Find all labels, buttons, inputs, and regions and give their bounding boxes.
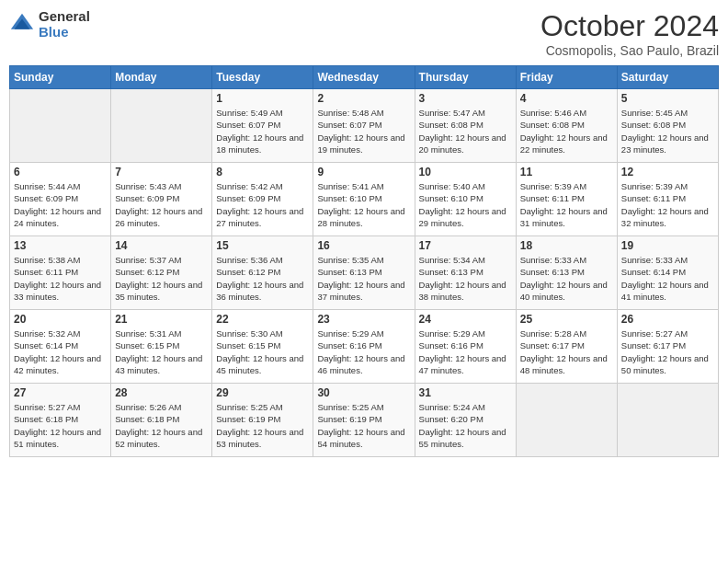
day-number: 21 <box>115 313 208 326</box>
day-number: 7 <box>115 166 208 178</box>
calendar-cell: 4Sunrise: 5:46 AM Sunset: 6:08 PM Daylig… <box>516 89 617 163</box>
day-number: 31 <box>419 386 512 399</box>
header-tuesday: Tuesday <box>212 66 313 89</box>
day-info: Sunrise: 5:40 AM Sunset: 6:10 PM Dayligh… <box>419 180 512 229</box>
month-title: October 2024 <box>540 9 719 43</box>
calendar-cell: 13Sunrise: 5:38 AM Sunset: 6:11 PM Dayli… <box>10 236 111 310</box>
day-number: 2 <box>317 92 410 105</box>
day-number: 9 <box>317 166 410 178</box>
day-number: 18 <box>520 239 613 252</box>
calendar-body: 1Sunrise: 5:49 AM Sunset: 6:07 PM Daylig… <box>10 89 719 457</box>
day-info: Sunrise: 5:25 AM Sunset: 6:19 PM Dayligh… <box>317 401 410 450</box>
day-number: 12 <box>621 166 714 178</box>
day-info: Sunrise: 5:34 AM Sunset: 6:13 PM Dayligh… <box>419 254 512 303</box>
calendar-cell: 30Sunrise: 5:25 AM Sunset: 6:19 PM Dayli… <box>313 384 415 457</box>
calendar-cell: 2Sunrise: 5:48 AM Sunset: 6:07 PM Daylig… <box>313 89 415 163</box>
day-info: Sunrise: 5:24 AM Sunset: 6:20 PM Dayligh… <box>419 401 512 450</box>
calendar-cell: 15Sunrise: 5:36 AM Sunset: 6:12 PM Dayli… <box>212 236 313 310</box>
day-info: Sunrise: 5:32 AM Sunset: 6:14 PM Dayligh… <box>14 327 107 376</box>
day-number: 28 <box>115 386 208 399</box>
day-number: 30 <box>317 386 410 399</box>
day-info: Sunrise: 5:29 AM Sunset: 6:16 PM Dayligh… <box>419 327 512 376</box>
day-number: 25 <box>520 313 613 326</box>
day-info: Sunrise: 5:42 AM Sunset: 6:09 PM Dayligh… <box>216 180 309 229</box>
day-info: Sunrise: 5:43 AM Sunset: 6:09 PM Dayligh… <box>115 180 208 229</box>
day-info: Sunrise: 5:37 AM Sunset: 6:12 PM Dayligh… <box>115 254 208 303</box>
header-monday: Monday <box>111 66 212 89</box>
calendar-cell: 10Sunrise: 5:40 AM Sunset: 6:10 PM Dayli… <box>415 163 516 236</box>
day-number: 10 <box>419 166 512 178</box>
calendar-table: Sunday Monday Tuesday Wednesday Thursday… <box>9 65 719 457</box>
calendar-cell: 31Sunrise: 5:24 AM Sunset: 6:20 PM Dayli… <box>415 384 516 457</box>
day-info: Sunrise: 5:49 AM Sunset: 6:07 PM Dayligh… <box>216 107 309 155</box>
calendar-cell: 25Sunrise: 5:28 AM Sunset: 6:17 PM Dayli… <box>516 310 617 384</box>
day-info: Sunrise: 5:33 AM Sunset: 6:13 PM Dayligh… <box>520 254 613 303</box>
day-number: 29 <box>216 386 309 399</box>
day-info: Sunrise: 5:36 AM Sunset: 6:12 PM Dayligh… <box>216 254 309 303</box>
calendar-cell <box>111 89 212 163</box>
header-sunday: Sunday <box>10 66 111 89</box>
calendar-header: Sunday Monday Tuesday Wednesday Thursday… <box>10 66 719 89</box>
day-info: Sunrise: 5:28 AM Sunset: 6:17 PM Dayligh… <box>520 327 613 376</box>
calendar-cell: 9Sunrise: 5:41 AM Sunset: 6:10 PM Daylig… <box>313 163 415 236</box>
calendar-cell: 18Sunrise: 5:33 AM Sunset: 6:13 PM Dayli… <box>516 236 617 310</box>
day-number: 22 <box>216 313 309 326</box>
day-info: Sunrise: 5:25 AM Sunset: 6:19 PM Dayligh… <box>216 401 309 450</box>
calendar-cell: 26Sunrise: 5:27 AM Sunset: 6:17 PM Dayli… <box>617 310 718 384</box>
calendar-week-3: 20Sunrise: 5:32 AM Sunset: 6:14 PM Dayli… <box>10 310 719 384</box>
calendar-week-4: 27Sunrise: 5:27 AM Sunset: 6:18 PM Dayli… <box>10 384 719 457</box>
day-number: 4 <box>520 92 613 105</box>
header-wednesday: Wednesday <box>313 66 415 89</box>
day-info: Sunrise: 5:27 AM Sunset: 6:17 PM Dayligh… <box>621 327 714 376</box>
title-block: October 2024 Cosmopolis, Sao Paulo, Braz… <box>540 9 719 58</box>
calendar-cell: 24Sunrise: 5:29 AM Sunset: 6:16 PM Dayli… <box>415 310 516 384</box>
day-info: Sunrise: 5:26 AM Sunset: 6:18 PM Dayligh… <box>115 401 208 450</box>
day-info: Sunrise: 5:30 AM Sunset: 6:15 PM Dayligh… <box>216 327 309 376</box>
calendar-cell: 17Sunrise: 5:34 AM Sunset: 6:13 PM Dayli… <box>415 236 516 310</box>
day-number: 24 <box>419 313 512 326</box>
calendar-cell: 1Sunrise: 5:49 AM Sunset: 6:07 PM Daylig… <box>212 89 313 163</box>
calendar-cell: 20Sunrise: 5:32 AM Sunset: 6:14 PM Dayli… <box>10 310 111 384</box>
calendar-cell: 14Sunrise: 5:37 AM Sunset: 6:12 PM Dayli… <box>111 236 212 310</box>
day-info: Sunrise: 5:46 AM Sunset: 6:08 PM Dayligh… <box>520 107 613 155</box>
calendar-cell: 19Sunrise: 5:33 AM Sunset: 6:14 PM Dayli… <box>617 236 718 310</box>
calendar-cell: 11Sunrise: 5:39 AM Sunset: 6:11 PM Dayli… <box>516 163 617 236</box>
page-header: General Blue October 2024 Cosmopolis, Sa… <box>9 9 719 58</box>
day-number: 16 <box>317 239 410 252</box>
calendar-cell: 21Sunrise: 5:31 AM Sunset: 6:15 PM Dayli… <box>111 310 212 384</box>
day-number: 8 <box>216 166 309 178</box>
day-info: Sunrise: 5:45 AM Sunset: 6:08 PM Dayligh… <box>621 107 714 155</box>
calendar-cell: 22Sunrise: 5:30 AM Sunset: 6:15 PM Dayli… <box>212 310 313 384</box>
day-info: Sunrise: 5:29 AM Sunset: 6:16 PM Dayligh… <box>317 327 410 376</box>
day-info: Sunrise: 5:31 AM Sunset: 6:15 PM Dayligh… <box>115 327 208 376</box>
day-number: 27 <box>14 386 107 399</box>
day-number: 19 <box>621 239 714 252</box>
day-number: 6 <box>14 166 107 178</box>
day-info: Sunrise: 5:27 AM Sunset: 6:18 PM Dayligh… <box>14 401 107 450</box>
calendar-week-1: 6Sunrise: 5:44 AM Sunset: 6:09 PM Daylig… <box>10 163 719 236</box>
day-number: 3 <box>419 92 512 105</box>
day-info: Sunrise: 5:39 AM Sunset: 6:11 PM Dayligh… <box>621 180 714 229</box>
calendar-cell: 23Sunrise: 5:29 AM Sunset: 6:16 PM Dayli… <box>313 310 415 384</box>
calendar-cell: 27Sunrise: 5:27 AM Sunset: 6:18 PM Dayli… <box>10 384 111 457</box>
calendar-cell: 6Sunrise: 5:44 AM Sunset: 6:09 PM Daylig… <box>10 163 111 236</box>
day-number: 17 <box>419 239 512 252</box>
calendar-cell: 29Sunrise: 5:25 AM Sunset: 6:19 PM Dayli… <box>212 384 313 457</box>
logo-text: General Blue <box>39 9 90 40</box>
logo: General Blue <box>9 9 90 40</box>
day-number: 20 <box>14 313 107 326</box>
day-number: 23 <box>317 313 410 326</box>
day-info: Sunrise: 5:38 AM Sunset: 6:11 PM Dayligh… <box>14 254 107 303</box>
day-number: 5 <box>621 92 714 105</box>
day-number: 13 <box>14 239 107 252</box>
logo-general: General <box>39 9 90 25</box>
day-info: Sunrise: 5:39 AM Sunset: 6:11 PM Dayligh… <box>520 180 613 229</box>
calendar-cell: 3Sunrise: 5:47 AM Sunset: 6:08 PM Daylig… <box>415 89 516 163</box>
day-info: Sunrise: 5:41 AM Sunset: 6:10 PM Dayligh… <box>317 180 410 229</box>
day-info: Sunrise: 5:47 AM Sunset: 6:08 PM Dayligh… <box>419 107 512 155</box>
day-info: Sunrise: 5:35 AM Sunset: 6:13 PM Dayligh… <box>317 254 410 303</box>
calendar-cell: 8Sunrise: 5:42 AM Sunset: 6:09 PM Daylig… <box>212 163 313 236</box>
logo-blue: Blue <box>39 25 90 40</box>
location: Cosmopolis, Sao Paulo, Brazil <box>540 43 719 58</box>
day-info: Sunrise: 5:33 AM Sunset: 6:14 PM Dayligh… <box>621 254 714 303</box>
